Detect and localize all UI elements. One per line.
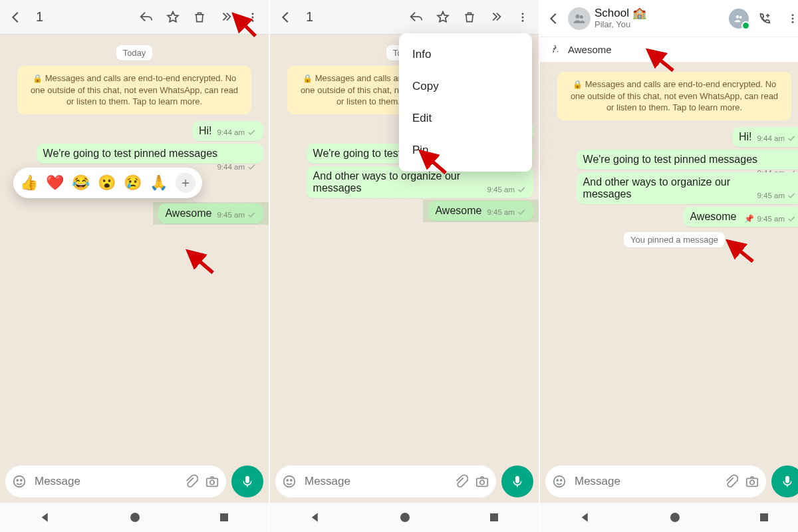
mic-button[interactable] (231, 466, 263, 497)
chat-header[interactable]: School 🏫 Pilar, You (540, 0, 798, 37)
svg-point-15 (284, 476, 295, 487)
message-text: We're going to test pinned messages (583, 154, 757, 165)
camera-icon[interactable] (475, 474, 489, 489)
reply-button[interactable] (134, 5, 158, 29)
compose-input[interactable] (573, 474, 717, 489)
compose-input[interactable] (303, 474, 447, 489)
screenshot-1-select-message: 1 Today 🔒Messages and calls are end-to-e… (0, 0, 270, 532)
nav-recent-icon[interactable] (489, 512, 499, 523)
android-navbar (0, 503, 269, 532)
more-button[interactable] (241, 5, 265, 29)
more-button[interactable] (511, 5, 535, 29)
message-text: Hi! (739, 131, 752, 142)
emoji-icon[interactable] (282, 474, 297, 489)
menu-pin[interactable]: Pin (399, 134, 532, 166)
svg-point-13 (522, 16, 524, 18)
message-text: We're going to test pinned messages (43, 148, 217, 159)
reaction-sad[interactable]: 😢 (124, 174, 142, 192)
message-awesome-selected[interactable]: Awesome 9:45 am (428, 201, 533, 221)
forward-button[interactable] (214, 5, 238, 29)
nav-recent-icon[interactable] (219, 512, 229, 523)
mic-button[interactable] (501, 466, 533, 497)
menu-edit[interactable]: Edit (399, 102, 532, 134)
compose-box[interactable] (5, 466, 226, 497)
emoji-icon[interactable] (552, 474, 567, 489)
message-test[interactable]: We're going to test pinned messages 9:44… (577, 150, 798, 170)
svg-rect-21 (490, 513, 498, 521)
message-awesome-selected[interactable]: Awesome 9:45 am (158, 203, 263, 223)
check-icon (517, 186, 527, 193)
check-icon (787, 215, 797, 222)
menu-copy[interactable]: Copy (399, 70, 532, 102)
message-test[interactable]: We're going to test pinned messages 9:44… (37, 144, 263, 164)
nav-back-icon[interactable] (39, 511, 51, 523)
reaction-thumbs-up[interactable]: 👍 (20, 174, 38, 192)
composer (270, 460, 539, 503)
encryption-notice[interactable]: 🔒Messages and calls are end-to-end encry… (557, 72, 791, 120)
back-button[interactable] (4, 5, 28, 29)
message-hi[interactable]: Hi! 9:44 am (732, 127, 798, 147)
delete-button[interactable] (458, 5, 481, 29)
message-time: 9:45 am (217, 211, 245, 219)
compose-box[interactable] (545, 466, 766, 497)
forward-button[interactable] (484, 5, 508, 29)
attach-icon[interactable] (184, 474, 198, 489)
screenshot-2-pin-menu: 1 Today 🔒Messages and calls are end-to-e… (270, 0, 540, 532)
svg-point-17 (291, 479, 292, 481)
menu-info[interactable]: Info (399, 39, 532, 70)
compose-input[interactable] (33, 474, 177, 489)
attach-icon[interactable] (454, 474, 468, 489)
pinned-text: Awesome (568, 44, 612, 55)
reply-button[interactable] (404, 5, 428, 29)
reaction-wow[interactable]: 😮 (98, 174, 116, 192)
android-navbar (540, 503, 798, 532)
mic-button[interactable] (771, 466, 798, 497)
message-time: 9:44 am (217, 128, 245, 136)
nav-back-icon[interactable] (579, 511, 591, 523)
selection-count: 1 (36, 9, 43, 25)
nav-recent-icon[interactable] (759, 512, 769, 523)
reaction-heart[interactable]: ❤️ (46, 174, 64, 192)
star-button[interactable] (161, 5, 185, 29)
svg-point-4 (17, 479, 18, 481)
message-text: And other ways to organize our messages (583, 176, 730, 200)
chat-area[interactable]: Today 🔒Messages and calls are end-to-end… (0, 35, 269, 460)
group-members: Pilar, You (595, 20, 646, 30)
chat-area[interactable]: 🔒Messages and calls are end-to-end encry… (540, 63, 798, 460)
pinned-strip[interactable]: Awesome (540, 37, 798, 63)
group-avatar[interactable] (568, 7, 591, 30)
message-text: Awesome (690, 211, 736, 222)
compose-box[interactable] (275, 466, 496, 497)
star-button[interactable] (431, 5, 455, 29)
message-organize[interactable]: And other ways to organize our messages … (577, 172, 798, 204)
camera-icon[interactable] (205, 474, 219, 489)
nav-home-icon[interactable] (130, 512, 140, 523)
reaction-more[interactable]: ＋ (176, 173, 196, 193)
svg-point-14 (522, 19, 524, 21)
pin-indicator-icon: 📌 (744, 214, 754, 223)
camera-icon[interactable] (745, 474, 759, 489)
check-icon (247, 129, 257, 136)
back-button[interactable] (274, 5, 298, 29)
reaction-laugh[interactable]: 😂 (72, 174, 90, 192)
add-call-button[interactable] (753, 7, 777, 31)
delete-button[interactable] (188, 5, 211, 29)
lock-icon: 🔒 (573, 80, 583, 89)
message-awesome-pinned[interactable]: Awesome 📌 9:45 am (683, 207, 798, 227)
svg-rect-36 (760, 513, 768, 521)
attach-icon[interactable] (724, 474, 738, 489)
nav-home-icon[interactable] (400, 512, 410, 523)
encryption-notice[interactable]: 🔒Messages and calls are end-to-end encry… (17, 66, 251, 114)
nav-home-icon[interactable] (670, 512, 680, 523)
back-button[interactable] (544, 7, 564, 31)
more-button[interactable] (781, 7, 798, 31)
emoji-icon[interactable] (12, 474, 27, 489)
reaction-pray[interactable]: 🙏 (150, 174, 168, 192)
message-time: 9:45 am (487, 208, 515, 216)
svg-point-16 (287, 479, 288, 481)
svg-point-30 (554, 476, 565, 487)
screenshot-3-pinned-result: School 🏫 Pilar, You Awesome 🔒Messages an… (540, 0, 798, 532)
message-hi[interactable]: Hi! 9:44 am (192, 121, 263, 141)
nav-back-icon[interactable] (309, 511, 321, 523)
video-call-button[interactable] (729, 9, 749, 29)
